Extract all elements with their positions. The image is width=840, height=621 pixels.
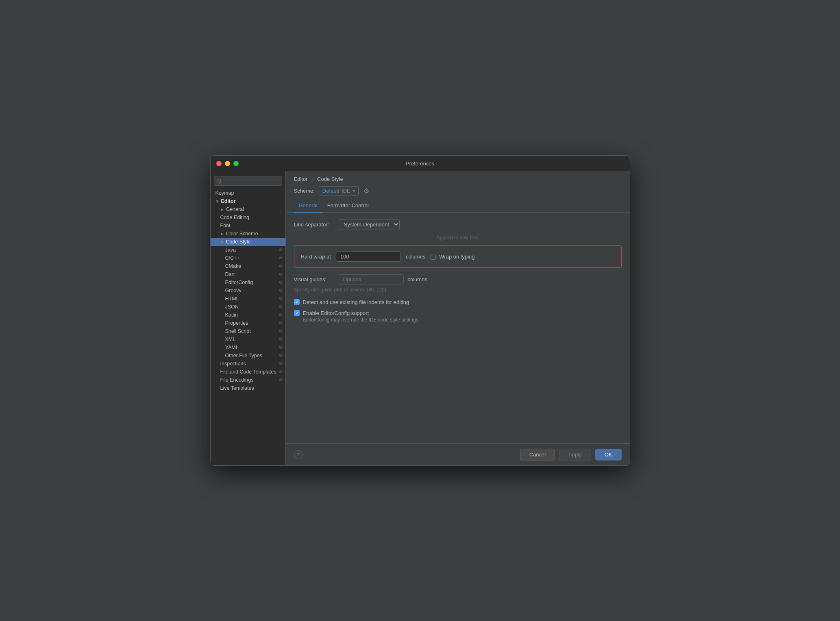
sidebar-item-properties[interactable]: Properties ⧉ <box>211 319 285 327</box>
sidebar-item-cpp[interactable]: C/C++ ⧉ <box>211 254 285 262</box>
copy-icon: ⧉ <box>279 272 282 277</box>
detect-indents-label: Detect and use existing file indents for… <box>303 299 409 305</box>
sidebar-item-label: Dart <box>225 271 235 277</box>
sidebar-item-file-code-templates[interactable]: File and Code Templates ⧉ <box>211 368 285 376</box>
footer: ? Cancel Apply OK <box>286 443 630 465</box>
copy-icon: ⧉ <box>279 337 282 342</box>
sidebar-item-label: Other File Types <box>225 353 262 358</box>
sidebar-item-xml[interactable]: XML ⧉ <box>211 335 285 343</box>
scheme-label: Scheme: <box>294 188 315 194</box>
tab-general[interactable]: General <box>294 199 322 213</box>
sidebar-item-label: Kotlin <box>225 312 238 318</box>
scheme-value-colored: Default <box>322 188 339 194</box>
detect-indents-checkbox[interactable]: ✓ <box>294 299 300 305</box>
sidebar-item-label: Editor <box>221 198 235 204</box>
editorconfig-support-desc: EditorConfig may override the IDE code s… <box>303 317 418 323</box>
line-separator-dropdown[interactable]: System-Dependent <box>339 219 400 230</box>
sidebar-item-label: Keymap <box>215 190 234 196</box>
applied-note: Applied to new files <box>294 235 622 241</box>
sidebar-item-label: Properties <box>225 320 248 326</box>
cancel-button[interactable]: Cancel <box>520 449 555 460</box>
scheme-value-plain: IDE <box>342 188 350 194</box>
sidebar-item-cmake[interactable]: CMake ⧉ <box>211 262 285 270</box>
wrap-on-typing-checkbox[interactable] <box>430 254 436 260</box>
copy-icon: ⧉ <box>279 280 282 285</box>
sidebar-item-html[interactable]: HTML ⧉ <box>211 295 285 303</box>
apply-button[interactable]: Apply <box>559 449 591 460</box>
sidebar-item-label: Groovy <box>225 288 242 293</box>
line-separator-row: Line separator: System-Dependent <box>294 219 622 230</box>
sidebar-item-file-encodings[interactable]: File Encodings ⧉ <box>211 376 285 384</box>
tab-formatter-control[interactable]: Formatter Control <box>322 199 374 213</box>
arrow-icon: ▼ <box>220 240 224 244</box>
copy-icon: ⧉ <box>279 353 282 358</box>
copy-icon: ⧉ <box>279 321 282 326</box>
sidebar-item-dart[interactable]: Dart ⧉ <box>211 270 285 278</box>
check-mark-icon: ✓ <box>295 311 298 315</box>
cancel-label: Cancel <box>529 452 546 458</box>
sidebar-item-general[interactable]: ► General <box>211 205 285 213</box>
detect-indents-text: Detect and use existing file indents for… <box>303 299 409 305</box>
sidebar-item-groovy[interactable]: Groovy ⧉ <box>211 287 285 295</box>
sidebar-item-editorconfig[interactable]: EditorConfig ⧉ <box>211 278 285 287</box>
sidebar-item-label: YAML <box>225 345 239 350</box>
minimize-button[interactable] <box>225 161 230 166</box>
tabs: General Formatter Control <box>286 199 630 213</box>
sidebar-item-code-style[interactable]: ▼ Code Style ⧉ <box>211 238 285 246</box>
sidebar-item-label: Font <box>220 223 231 228</box>
visual-guides-row: Visual guides: columns <box>294 274 622 284</box>
line-separator-label: Line separator: <box>294 221 335 228</box>
main-content-area: Keymap ▼ Editor ► General Code Editing F… <box>211 171 630 465</box>
sidebar-item-font[interactable]: Font <box>211 221 285 230</box>
sidebar-item-label: General <box>226 206 244 212</box>
sidebar-item-yaml[interactable]: YAML ⧉ <box>211 343 285 352</box>
sidebar-item-label: HTML <box>225 296 239 302</box>
sidebar-item-label: Code Style <box>226 239 250 245</box>
copy-icon: ⧉ <box>279 256 282 261</box>
visual-guides-label: Visual guides: <box>294 276 335 282</box>
gear-button[interactable]: ⚙ <box>363 186 370 195</box>
wrap-on-typing-label: Wrap on typing <box>439 254 474 260</box>
sidebar-item-code-editing[interactable]: Code Editing <box>211 213 285 221</box>
sidebar-item-label: File and Code Templates <box>220 369 276 375</box>
sidebar-item-color-scheme[interactable]: ► Color Scheme <box>211 230 285 238</box>
arrow-icon: ▼ <box>215 199 220 204</box>
editorconfig-support-text: Enable EditorConfig support EditorConfig… <box>303 310 418 323</box>
sidebar-item-keymap[interactable]: Keymap <box>211 189 285 197</box>
help-button[interactable]: ? <box>294 450 303 459</box>
sidebar-item-other-file-types[interactable]: Other File Types ⧉ <box>211 352 285 360</box>
sidebar-item-editor[interactable]: ▼ Editor <box>211 197 285 205</box>
editorconfig-support-checkbox[interactable]: ✓ <box>294 310 300 316</box>
chevron-down-icon: ▾ <box>353 189 355 193</box>
copy-icon: ⧉ <box>279 288 282 293</box>
sidebar-item-label: Java <box>225 247 236 253</box>
sidebar-item-shell-script[interactable]: Shell Script ⧉ <box>211 327 285 335</box>
visual-guides-cols-label: columns <box>408 276 427 282</box>
arrow-icon: ► <box>220 232 224 236</box>
visual-guides-input[interactable] <box>339 274 404 284</box>
copy-icon: ⧉ <box>279 345 282 350</box>
sidebar-item-live-templates[interactable]: Live Templates <box>211 384 285 392</box>
copy-icon: ⧉ <box>279 378 282 382</box>
hard-wrap-input[interactable] <box>336 252 401 262</box>
sidebar-item-kotlin[interactable]: Kotlin ⧉ <box>211 311 285 319</box>
panel-header: Editor › Code Style Scheme: Default IDE … <box>286 171 630 199</box>
copy-icon: ⧉ <box>279 296 282 301</box>
tab-label: General <box>299 202 318 208</box>
sidebar-item-inspections[interactable]: Inspections ⧉ <box>211 360 285 368</box>
sidebar-item-java[interactable]: Java ⧉ <box>211 246 285 254</box>
sidebar-item-label: JSON <box>225 304 239 310</box>
ok-button[interactable]: OK <box>595 449 622 460</box>
search-input[interactable] <box>214 176 282 186</box>
copy-icon: ⧉ <box>279 361 282 366</box>
copy-icon: ⧉ <box>279 369 282 374</box>
close-button[interactable] <box>216 161 222 166</box>
copy-icon: ⧉ <box>279 264 282 269</box>
sidebar-item-label: C/C++ <box>225 255 240 261</box>
scheme-dropdown[interactable]: Default IDE ▾ <box>319 186 359 195</box>
maximize-button[interactable] <box>233 161 239 166</box>
hard-wrap-cols-label: columns <box>406 254 425 260</box>
ok-label: OK <box>605 452 612 458</box>
copy-icon: ⧉ <box>279 329 282 334</box>
sidebar-item-json[interactable]: JSON ⧉ <box>211 303 285 311</box>
